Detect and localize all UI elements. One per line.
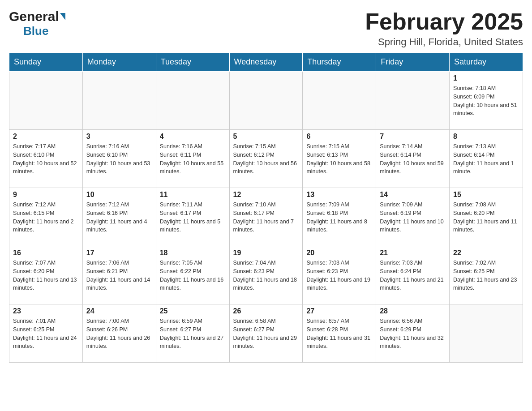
day-info: Sunrise: 7:12 AMSunset: 6:15 PMDaylight:… — [13, 201, 79, 234]
day-number: 26 — [233, 307, 299, 315]
day-number: 1 — [453, 74, 519, 82]
day-info: Sunrise: 7:04 AMSunset: 6:23 PMDaylight:… — [233, 259, 299, 292]
col-thursday: Thursday — [303, 53, 376, 72]
table-row: 5Sunrise: 7:15 AMSunset: 6:12 PMDaylight… — [229, 130, 303, 188]
day-number: 18 — [160, 249, 226, 257]
table-row: 1Sunrise: 7:18 AMSunset: 6:09 PMDaylight… — [450, 72, 523, 130]
table-row: 24Sunrise: 7:00 AMSunset: 6:26 PMDayligh… — [82, 304, 156, 363]
day-number: 9 — [13, 191, 79, 199]
table-row — [229, 72, 303, 130]
day-info: Sunrise: 7:13 AMSunset: 6:14 PMDaylight:… — [453, 142, 519, 176]
table-row — [9, 72, 83, 130]
day-info: Sunrise: 7:14 AMSunset: 6:14 PMDaylight:… — [380, 142, 446, 176]
day-number: 2 — [13, 133, 79, 141]
day-number: 8 — [453, 133, 519, 141]
day-info: Sunrise: 7:03 AMSunset: 6:23 PMDaylight:… — [306, 259, 372, 292]
day-info: Sunrise: 7:11 AMSunset: 6:17 PMDaylight:… — [160, 201, 226, 234]
day-number: 4 — [160, 133, 226, 141]
table-row: 13Sunrise: 7:09 AMSunset: 6:18 PMDayligh… — [303, 188, 376, 246]
day-info: Sunrise: 7:09 AMSunset: 6:19 PMDaylight:… — [380, 201, 446, 234]
table-row — [156, 72, 229, 130]
col-sunday: Sunday — [9, 53, 83, 72]
table-row: 6Sunrise: 7:15 AMSunset: 6:13 PMDaylight… — [303, 130, 376, 188]
day-number: 21 — [380, 249, 446, 257]
page-subtitle: Spring Hill, Florida, United States — [365, 36, 523, 48]
day-number: 16 — [13, 249, 79, 257]
table-row: 3Sunrise: 7:16 AMSunset: 6:10 PMDaylight… — [82, 130, 156, 188]
day-info: Sunrise: 7:16 AMSunset: 6:11 PMDaylight:… — [160, 142, 226, 176]
col-tuesday: Tuesday — [156, 53, 229, 72]
day-number: 14 — [380, 191, 446, 199]
day-info: Sunrise: 6:57 AMSunset: 6:28 PMDaylight:… — [306, 317, 372, 351]
table-row: 28Sunrise: 6:56 AMSunset: 6:29 PMDayligh… — [376, 304, 450, 363]
col-friday: Friday — [376, 53, 450, 72]
day-info: Sunrise: 7:00 AMSunset: 6:26 PMDaylight:… — [86, 317, 152, 351]
day-number: 3 — [86, 133, 152, 141]
logo-general-text: General — [9, 9, 59, 24]
day-number: 20 — [306, 249, 372, 257]
day-info: Sunrise: 7:10 AMSunset: 6:17 PMDaylight:… — [233, 201, 299, 234]
day-number: 15 — [453, 191, 519, 199]
table-row: 17Sunrise: 7:06 AMSunset: 6:21 PMDayligh… — [82, 246, 156, 304]
col-saturday: Saturday — [450, 53, 523, 72]
calendar-week-2: 2Sunrise: 7:17 AMSunset: 6:10 PMDaylight… — [9, 130, 523, 188]
calendar-table: Sunday Monday Tuesday Wednesday Thursday… — [9, 52, 523, 363]
day-number: 19 — [233, 249, 299, 257]
day-info: Sunrise: 7:18 AMSunset: 6:09 PMDaylight:… — [453, 84, 519, 118]
day-info: Sunrise: 7:09 AMSunset: 6:18 PMDaylight:… — [306, 201, 372, 234]
day-info: Sunrise: 7:01 AMSunset: 6:25 PMDaylight:… — [13, 317, 79, 351]
table-row: 11Sunrise: 7:11 AMSunset: 6:17 PMDayligh… — [156, 188, 229, 246]
table-row: 2Sunrise: 7:17 AMSunset: 6:10 PMDaylight… — [9, 130, 83, 188]
day-info: Sunrise: 7:03 AMSunset: 6:24 PMDaylight:… — [380, 259, 446, 292]
calendar-week-4: 16Sunrise: 7:07 AMSunset: 6:20 PMDayligh… — [9, 246, 523, 304]
table-row — [82, 72, 156, 130]
day-info: Sunrise: 7:17 AMSunset: 6:10 PMDaylight:… — [13, 142, 79, 176]
table-row: 21Sunrise: 7:03 AMSunset: 6:24 PMDayligh… — [376, 246, 450, 304]
day-number: 11 — [160, 191, 226, 199]
day-info: Sunrise: 7:02 AMSunset: 6:25 PMDaylight:… — [453, 259, 519, 292]
day-number: 28 — [380, 307, 446, 315]
table-row: 15Sunrise: 7:08 AMSunset: 6:20 PMDayligh… — [450, 188, 523, 246]
day-number: 17 — [86, 249, 152, 257]
day-number: 12 — [233, 191, 299, 199]
page-title: February 2025 — [365, 9, 523, 34]
day-info: Sunrise: 7:15 AMSunset: 6:13 PMDaylight:… — [306, 142, 372, 176]
calendar-week-5: 23Sunrise: 7:01 AMSunset: 6:25 PMDayligh… — [9, 304, 523, 363]
day-number: 6 — [306, 133, 372, 141]
table-row — [303, 72, 376, 130]
table-row: 14Sunrise: 7:09 AMSunset: 6:19 PMDayligh… — [376, 188, 450, 246]
day-info: Sunrise: 7:16 AMSunset: 6:10 PMDaylight:… — [86, 142, 152, 176]
table-row: 27Sunrise: 6:57 AMSunset: 6:28 PMDayligh… — [303, 304, 376, 363]
day-number: 24 — [86, 307, 152, 315]
table-row: 18Sunrise: 7:05 AMSunset: 6:22 PMDayligh… — [156, 246, 229, 304]
day-info: Sunrise: 6:58 AMSunset: 6:27 PMDaylight:… — [233, 317, 299, 351]
table-row: 12Sunrise: 7:10 AMSunset: 6:17 PMDayligh… — [229, 188, 303, 246]
table-row: 8Sunrise: 7:13 AMSunset: 6:14 PMDaylight… — [450, 130, 523, 188]
calendar-week-3: 9Sunrise: 7:12 AMSunset: 6:15 PMDaylight… — [9, 188, 523, 246]
logo-arrow-icon — [60, 13, 65, 20]
table-row: 26Sunrise: 6:58 AMSunset: 6:27 PMDayligh… — [229, 304, 303, 363]
table-row — [450, 304, 523, 363]
day-number: 13 — [306, 191, 372, 199]
day-number: 23 — [13, 307, 79, 315]
day-info: Sunrise: 7:05 AMSunset: 6:22 PMDaylight:… — [160, 259, 226, 292]
table-row: 25Sunrise: 6:59 AMSunset: 6:27 PMDayligh… — [156, 304, 229, 363]
day-info: Sunrise: 7:15 AMSunset: 6:12 PMDaylight:… — [233, 142, 299, 176]
table-row — [376, 72, 450, 130]
logo: General Blue — [9, 9, 65, 38]
day-info: Sunrise: 7:06 AMSunset: 6:21 PMDaylight:… — [86, 259, 152, 292]
table-row: 7Sunrise: 7:14 AMSunset: 6:14 PMDaylight… — [376, 130, 450, 188]
day-number: 10 — [86, 191, 152, 199]
day-number: 22 — [453, 249, 519, 257]
day-info: Sunrise: 7:12 AMSunset: 6:16 PMDaylight:… — [86, 201, 152, 234]
day-number: 5 — [233, 133, 299, 141]
table-row: 19Sunrise: 7:04 AMSunset: 6:23 PMDayligh… — [229, 246, 303, 304]
title-block: February 2025 Spring Hill, Florida, Unit… — [365, 9, 523, 48]
table-row: 22Sunrise: 7:02 AMSunset: 6:25 PMDayligh… — [450, 246, 523, 304]
day-number: 7 — [380, 133, 446, 141]
table-row: 9Sunrise: 7:12 AMSunset: 6:15 PMDaylight… — [9, 188, 83, 246]
day-info: Sunrise: 6:56 AMSunset: 6:29 PMDaylight:… — [380, 317, 446, 351]
day-info: Sunrise: 7:07 AMSunset: 6:20 PMDaylight:… — [13, 259, 79, 292]
day-info: Sunrise: 7:08 AMSunset: 6:20 PMDaylight:… — [453, 201, 519, 234]
day-number: 27 — [306, 307, 372, 315]
